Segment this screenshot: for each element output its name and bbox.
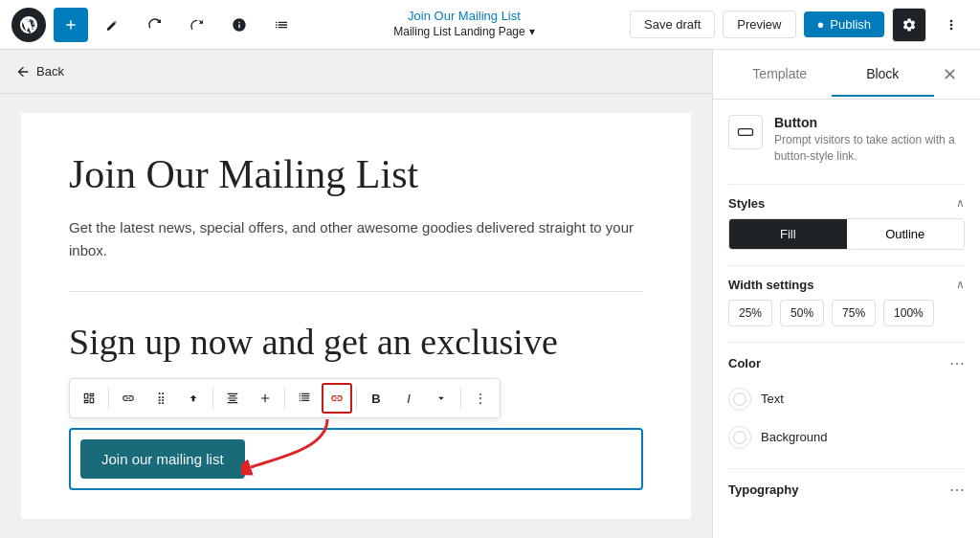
background-color-swatch[interactable] [728, 426, 751, 449]
toolbar-divider-2 [212, 387, 213, 410]
width-section-header: Width settings ∧ [728, 278, 965, 292]
preview-button[interactable]: Preview [723, 11, 795, 38]
page-title-link[interactable]: Join Our Mailing List [408, 9, 521, 25]
page-subtitle: Mailing List Landing Page ▾ [393, 25, 534, 40]
text-color-swatch[interactable] [728, 388, 751, 411]
svg-rect-1 [739, 129, 753, 136]
style-fill-button[interactable]: Fill [729, 219, 847, 249]
text-color-label: Text [761, 392, 784, 406]
content-area: Join Our Mailing List Get the latest new… [0, 94, 712, 538]
toolbar-divider-4 [356, 387, 357, 410]
topbar-right: Save draft Preview ● Publish [630, 8, 969, 42]
section-heading[interactable]: Sign up now and get an exclusive [69, 321, 643, 363]
width-50-button[interactable]: 50% [780, 300, 824, 326]
toolbar-link-active-button[interactable] [322, 383, 352, 414]
toolbar-divider-5 [460, 387, 461, 410]
typography-title: Typography [728, 482, 798, 497]
main-layout: Back Join Our Mailing List Get the lates… [0, 50, 980, 538]
divider-2 [728, 265, 965, 266]
width-25-button[interactable]: 25% [728, 300, 772, 326]
toolbar-block-more-button[interactable]: ⋮ [465, 383, 496, 414]
toolbar-divider-1 [108, 387, 109, 410]
block-description: Prompt visitors to take action with a bu… [774, 132, 965, 165]
color-section: Text Background [728, 380, 965, 457]
width-75-button[interactable]: 75% [832, 300, 876, 326]
toolbar-link-button[interactable] [113, 383, 144, 414]
styles-section-header: Styles ∧ [728, 196, 965, 211]
toolbar-add-button[interactable] [250, 383, 280, 414]
width-chevron[interactable]: ∧ [956, 278, 965, 291]
color-text-row: Text [728, 380, 965, 418]
add-block-button[interactable] [54, 8, 88, 42]
color-section-header: Color ⋯ [728, 354, 965, 372]
sidebar-content: Button Prompt visitors to take action wi… [713, 100, 980, 538]
topbar-center: Join Our Mailing List Mailing List Landi… [306, 9, 622, 39]
edit-tool-button[interactable] [96, 8, 130, 42]
editor-area: Back Join Our Mailing List Get the lates… [0, 50, 712, 538]
width-options: 25% 50% 75% 100% [728, 300, 965, 326]
block-icon [728, 115, 763, 149]
toolbar-move-up-button[interactable] [178, 383, 209, 414]
color-more-button[interactable]: ⋯ [949, 354, 965, 372]
sidebar: Template Block ✕ Button Prompt visitors … [712, 50, 980, 538]
toolbar-justify-button[interactable] [289, 383, 320, 414]
redo-button[interactable] [180, 8, 214, 42]
publish-button[interactable]: ● Publish [804, 11, 885, 37]
divider-4 [728, 468, 965, 469]
typography-more-button[interactable]: ⋯ [949, 481, 965, 499]
wp-logo[interactable] [11, 8, 46, 42]
back-button[interactable]: Back [15, 64, 64, 79]
width-title: Width settings [728, 278, 813, 292]
width-100-button[interactable]: 100% [883, 300, 934, 326]
background-color-label: Background [761, 430, 827, 444]
toolbar-drag-button[interactable]: ⣿ [145, 383, 176, 414]
button-block-wrapper: Join our mailing list [69, 428, 643, 490]
tab-block[interactable]: Block [832, 53, 935, 97]
block-name: Button [774, 115, 965, 130]
topbar: Join Our Mailing List Mailing List Landi… [0, 0, 980, 50]
typography-section-header: Typography ⋯ [728, 481, 965, 499]
block-toolbar: ⣿ [69, 378, 501, 418]
divider-1 [728, 184, 965, 185]
page-main-heading[interactable]: Join Our Mailing List [69, 151, 643, 197]
toolbar-italic-button[interactable]: I [393, 383, 424, 414]
list-view-button[interactable] [264, 8, 299, 42]
sidebar-tabs: Template Block ✕ [713, 50, 980, 100]
toolbar-block-type-button[interactable] [74, 383, 104, 414]
styles-chevron[interactable]: ∧ [956, 196, 965, 210]
color-title: Color [728, 356, 761, 370]
undo-button[interactable] [138, 8, 172, 42]
back-bar: Back [0, 50, 712, 94]
toolbar-align-button[interactable] [217, 383, 248, 414]
block-info: Button Prompt visitors to take action wi… [728, 115, 965, 165]
divider [69, 291, 643, 292]
settings-button[interactable] [892, 8, 926, 42]
divider-3 [728, 342, 965, 343]
svg-point-2 [734, 392, 746, 405]
more-options-button[interactable] [934, 8, 969, 42]
info-button[interactable] [222, 8, 256, 42]
tab-template[interactable]: Template [728, 53, 832, 97]
style-options: Fill Outline [728, 218, 965, 250]
sidebar-close-button[interactable]: ✕ [934, 59, 965, 90]
styles-title: Styles [728, 196, 765, 211]
page-canvas: Join Our Mailing List Get the latest new… [21, 113, 691, 519]
save-draft-button[interactable]: Save draft [630, 11, 715, 38]
toolbar-more-options-button[interactable] [426, 383, 457, 414]
mailing-list-button[interactable]: Join our mailing list [80, 439, 245, 479]
toolbar-divider-3 [284, 387, 285, 410]
page-description[interactable]: Get the latest news, special offers, and… [69, 216, 643, 262]
color-background-row: Background [728, 418, 965, 457]
style-outline-button[interactable]: Outline [847, 219, 965, 249]
block-info-text: Button Prompt visitors to take action wi… [774, 115, 965, 165]
svg-point-3 [734, 431, 746, 443]
toolbar-bold-button[interactable]: B [361, 383, 391, 414]
